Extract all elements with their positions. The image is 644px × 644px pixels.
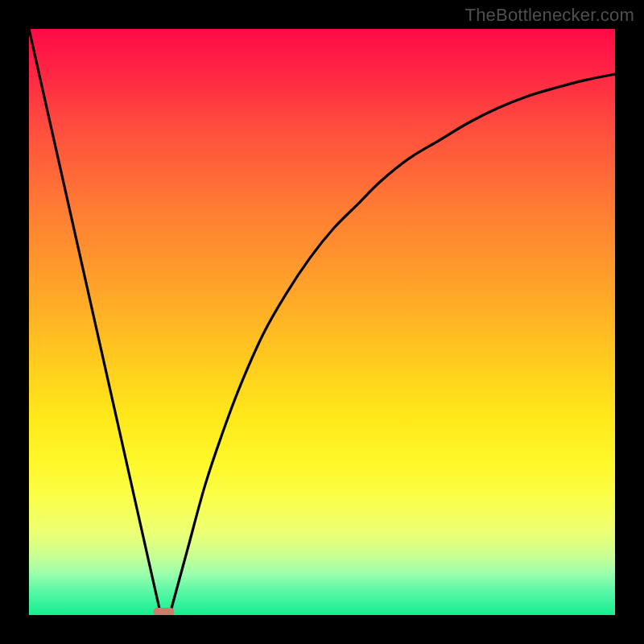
marker-layer: [29, 29, 615, 615]
plot-area: [29, 29, 615, 615]
chart-frame: TheBottlenecker.com: [0, 0, 644, 644]
optimum-marker: [153, 608, 174, 615]
watermark-text: TheBottlenecker.com: [465, 5, 634, 26]
